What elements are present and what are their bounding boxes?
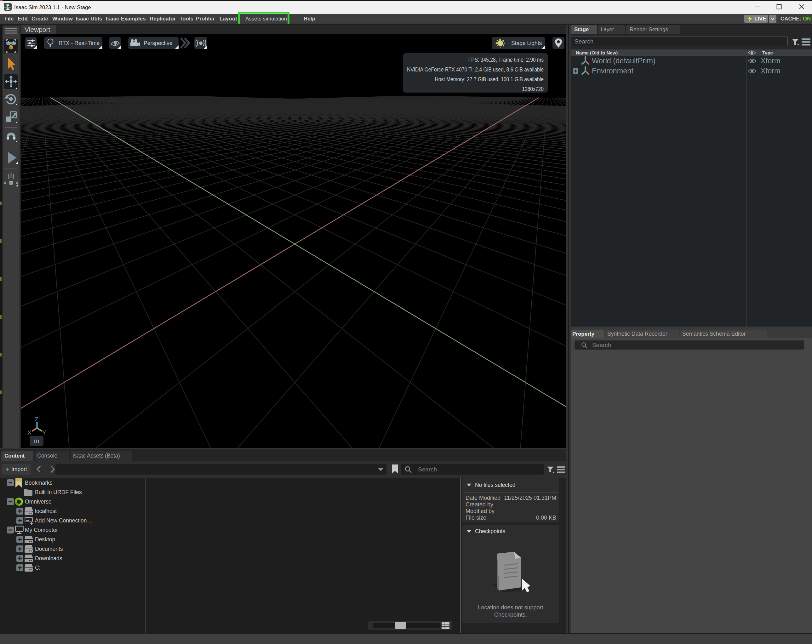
svg-text:X: X [27,429,32,436]
svg-text:Z: Z [35,416,38,423]
svg-text:Y: Y [42,429,46,436]
